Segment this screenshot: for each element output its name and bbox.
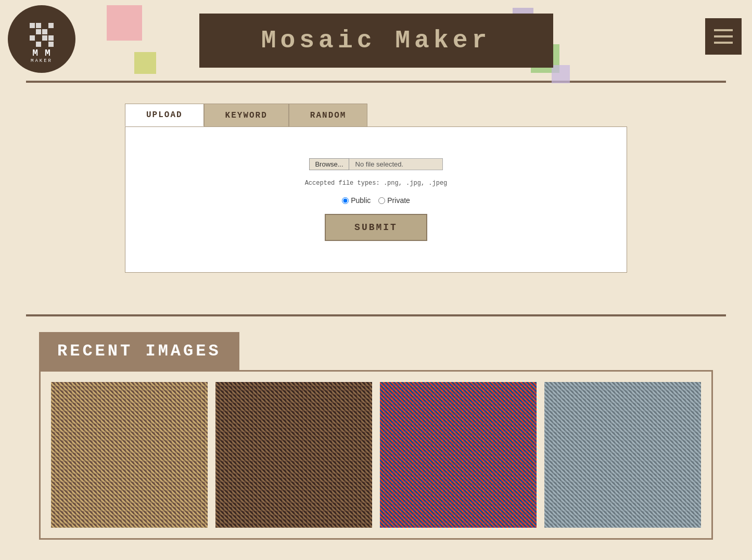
tab-upload[interactable]: UPLOAD — [125, 104, 204, 126]
recent-images-container — [39, 370, 713, 540]
recent-images-title: RECENT IMAGES — [57, 341, 221, 361]
radio-private-label: Private — [387, 196, 410, 205]
title-banner: Mosaic Maker — [199, 14, 553, 68]
menu-line-2 — [714, 35, 733, 37]
file-name-display: No file selected. — [349, 158, 443, 170]
header: M M MAKER Mosaic Maker — [0, 0, 752, 81]
recent-images-header: RECENT IMAGES — [39, 332, 239, 370]
logo-main-text: M M — [32, 48, 50, 58]
radio-public-input[interactable] — [342, 197, 349, 204]
recent-image-3[interactable] — [380, 382, 537, 528]
upload-panel: Browse... No file selected. Accepted fil… — [125, 126, 627, 273]
logo[interactable]: M M MAKER — [8, 5, 75, 73]
menu-line-3 — [714, 42, 733, 44]
page-title: Mosaic Maker — [231, 27, 522, 55]
recent-image-2[interactable] — [215, 382, 372, 528]
logo-sub-text: MAKER — [31, 58, 53, 63]
main-content: UPLOAD KEYWORD RANDOM Browse... No file … — [0, 83, 752, 294]
privacy-radio-group: Public Private — [342, 196, 410, 205]
radio-public-label: Public — [351, 196, 371, 205]
recent-image-1[interactable] — [51, 382, 208, 528]
submit-button[interactable]: SUBMIT — [325, 214, 427, 241]
accepted-file-types: Accepted file types: .png, .jpg, .jpeg — [305, 180, 448, 187]
tab-keyword[interactable]: KEYWORD — [204, 104, 289, 126]
tabs: UPLOAD KEYWORD RANDOM — [125, 104, 627, 126]
bottom-divider — [26, 314, 726, 316]
radio-public[interactable]: Public — [342, 196, 371, 205]
recent-image-4[interactable] — [544, 382, 701, 528]
radio-private-input[interactable] — [378, 197, 385, 204]
menu-line-1 — [714, 29, 733, 31]
radio-private[interactable]: Private — [378, 196, 410, 205]
menu-button[interactable] — [705, 18, 742, 55]
tab-random[interactable]: RANDOM — [289, 104, 368, 126]
browse-button[interactable]: Browse... — [309, 158, 349, 170]
recent-section: RECENT IMAGES — [39, 332, 713, 540]
file-input-row: Browse... No file selected. — [309, 158, 442, 170]
